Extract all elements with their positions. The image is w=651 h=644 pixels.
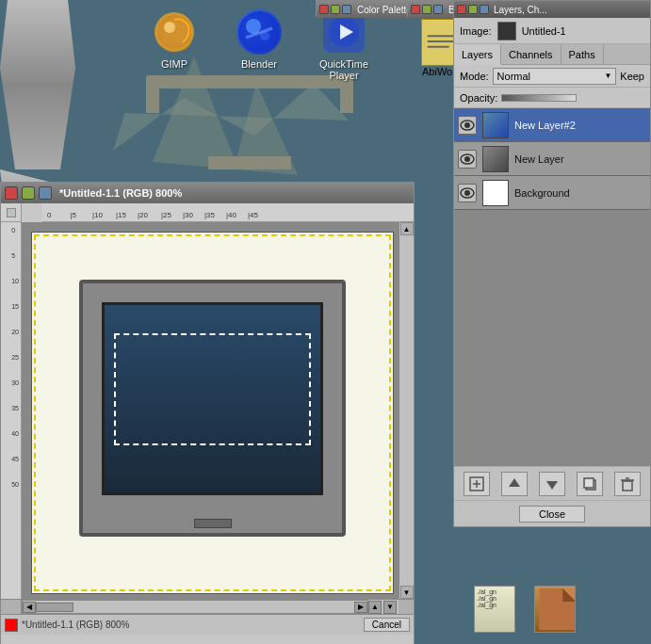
vertical-ruler: 0 5 10 15 20 25 30 35 40 45 50: [1, 222, 22, 599]
h-scroll-track[interactable]: ◀ ▶: [22, 600, 368, 614]
layers-titlebar: Layers, Ch...: [454, 1, 650, 18]
gimp-min-btn[interactable]: [22, 186, 35, 200]
monitor-drawing: [79, 280, 346, 537]
layer-name-background: Background: [514, 187, 570, 199]
layers-min-btn[interactable]: [468, 5, 478, 14]
horizontal-ruler: 0 |5 |10 |15 |20 |25 |30 |35 |40 |45: [42, 203, 414, 222]
blender-icon-shape: [236, 9, 282, 55]
opacity-label: Opacity:: [460, 92, 497, 104]
gimp-window-title: *Untitled-1.1 (RGB) 800%: [59, 187, 182, 199]
close-button[interactable]: Close: [519, 506, 585, 523]
svg-rect-25: [584, 478, 594, 488]
scroll-down-btn[interactable]: ▼: [400, 586, 414, 599]
svg-point-1: [164, 22, 175, 33]
scroll-left-btn[interactable]: ◀: [23, 602, 36, 613]
gimp-main-window: *Untitled-1.1 (RGB) 800% 0 |5 |10 |15 |2…: [0, 182, 415, 644]
gimp-icon-label: GIMP: [161, 58, 187, 70]
layer-item-new-layer[interactable]: New Layer: [454, 142, 650, 176]
layers-mode-row: Mode: Normal ▼ Keep: [454, 65, 650, 88]
selection-marching-ants: [114, 333, 311, 445]
file-manager-icons: ./al_gn ./al_gn ./al_gn: [474, 586, 576, 635]
palette-max-btn[interactable]: [342, 5, 351, 14]
layers-close-btn[interactable]: [457, 5, 466, 14]
file-icon-2[interactable]: [534, 586, 576, 635]
gimp-max-btn[interactable]: [39, 186, 52, 200]
layer-item-new-layer-2[interactable]: New Layer#2: [454, 108, 650, 142]
gimp-close-btn[interactable]: [5, 186, 18, 200]
layer-toolbar: [454, 466, 650, 500]
metal-decoration-1: [0, 0, 75, 169]
lower-layer-btn[interactable]: [539, 472, 565, 496]
file-icon-1[interactable]: ./al_gn ./al_gn ./al_gn: [474, 586, 515, 635]
layer-item-background[interactable]: Background: [454, 176, 650, 210]
palette-close-btn[interactable]: [319, 5, 329, 14]
layers-window-title: Layers, Ch...: [494, 5, 547, 15]
layer-thumb-new-layer-2: [482, 112, 509, 138]
raise-layer-btn[interactable]: [501, 472, 528, 496]
scroll-tool-area: [1, 600, 22, 614]
layer-thumb-new-layer: [482, 146, 509, 172]
canvas-scrollbar-container: ▲ ▼: [22, 222, 414, 599]
layers-window: Layers, Ch... Image: Untitled-1 Layers C…: [453, 0, 651, 527]
svg-point-16: [464, 156, 470, 162]
ruler-marks-v: 0 5 10 15 20 25 30 35 40 45 50: [11, 222, 19, 488]
brush-close-btn[interactable]: [411, 5, 420, 14]
layers-tabs: Layers Channels Paths: [454, 44, 650, 65]
monitor-base: [194, 519, 232, 528]
vertical-scrollbar[interactable]: ▲ ▼: [399, 222, 414, 599]
opacity-slider[interactable]: [501, 94, 577, 102]
scroll-down2-btn[interactable]: ▼: [383, 601, 397, 614]
mode-dropdown[interactable]: Normal ▼: [493, 68, 617, 85]
ruler-marks-h: 0 |5 |10 |15 |20 |25 |30 |35 |40 |45: [42, 211, 258, 219]
gimp-icon: [152, 9, 197, 55]
mode-label: Mode:: [460, 71, 489, 82]
h-scrollbar-row: ◀ ▶ ▲ ▼: [1, 599, 414, 614]
svg-rect-26: [623, 481, 632, 491]
delete-layer-btn[interactable]: [614, 472, 641, 496]
drawing-canvas: [31, 232, 394, 594]
desktop-icon-blender[interactable]: Blender: [226, 9, 292, 81]
desktop-icon-gimp[interactable]: GIMP: [141, 9, 207, 81]
tab-paths[interactable]: Paths: [561, 44, 604, 64]
close-btn-bar: Close: [454, 500, 650, 526]
scroll-up2-btn[interactable]: ▲: [368, 601, 382, 614]
image-thumbnail: [497, 22, 516, 40]
tab-layers[interactable]: Layers: [454, 44, 501, 65]
desktop-icon-quicktime[interactable]: QuickTime Player: [311, 9, 377, 81]
blender-icon-label: Blender: [241, 58, 277, 70]
h-scroll-thumb[interactable]: [36, 603, 73, 612]
layers-max-btn[interactable]: [480, 5, 489, 14]
layer-name-new-layer-2: New Layer#2: [514, 120, 576, 131]
image-name: Untitled-1: [522, 25, 566, 37]
svg-point-0: [157, 15, 191, 49]
color-palette-title: Color Palette: [357, 5, 412, 15]
tab-channels[interactable]: Channels: [501, 44, 561, 64]
svg-point-18: [464, 190, 470, 196]
keep-label: Keep: [620, 71, 644, 82]
brush-max-btn[interactable]: [433, 5, 443, 14]
eye-icon-layer-1[interactable]: [458, 150, 477, 169]
gimp-canvas-area: 0 |5 |10 |15 |20 |25 |30 |35 |40 |45: [1, 203, 414, 635]
palette-min-btn[interactable]: [331, 5, 340, 14]
main-canvas[interactable]: [22, 222, 399, 599]
eye-icon-layer-2[interactable]: [458, 116, 477, 135]
svg-marker-23: [546, 481, 558, 490]
gimp-titlebar: *Untitled-1.1 (RGB) 800%: [1, 183, 414, 203]
scroll-nav-btns: ▲ ▼: [368, 600, 397, 614]
duplicate-layer-btn[interactable]: [577, 472, 603, 496]
layer-thumb-background: [482, 180, 509, 206]
eye-icon-background[interactable]: [458, 184, 477, 202]
scroll-up-btn[interactable]: ▲: [400, 222, 414, 235]
brush-min-btn[interactable]: [422, 5, 431, 14]
cancel-button[interactable]: Cancel: [364, 618, 410, 632]
monitor-screen: [102, 302, 323, 495]
gimp-icon-shape: [155, 12, 194, 52]
blender-icon: [236, 9, 282, 55]
status-color-indicator: [5, 619, 18, 632]
new-layer-tool-btn[interactable]: [464, 472, 490, 496]
ruler-corner: [1, 203, 22, 222]
desktop: GIMP Blender: [0, 0, 651, 644]
scroll-right-btn[interactable]: ▶: [354, 602, 367, 613]
file-icon-shape-2: [534, 586, 576, 633]
tool-indicator: [7, 208, 16, 217]
